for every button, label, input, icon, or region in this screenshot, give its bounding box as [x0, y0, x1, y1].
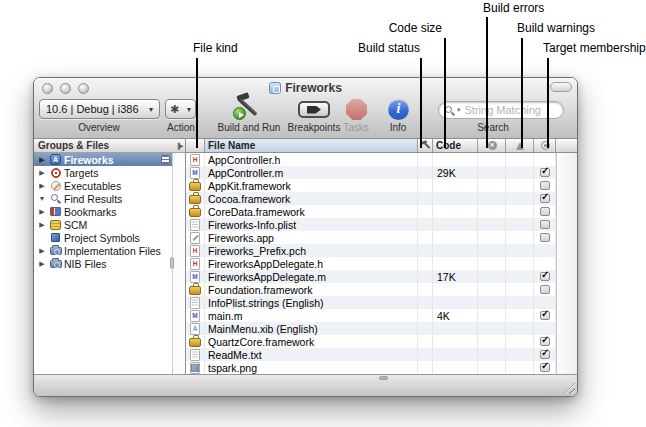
scroll-corner	[556, 139, 577, 152]
build-errors-cell	[478, 348, 506, 361]
exec-icon	[49, 180, 62, 192]
table-row[interactable]: AppKit.framework	[186, 179, 556, 192]
column-header-build-status[interactable]	[418, 139, 433, 152]
target-membership-checkbox[interactable]	[540, 181, 550, 190]
target-membership-checkbox[interactable]	[540, 233, 550, 242]
sidebar-item-label: Targets	[64, 167, 98, 179]
build-errors-cell	[478, 218, 506, 231]
overview-popup[interactable]: 10.6 | Debug | i386 ▾	[39, 99, 160, 119]
info-button[interactable]: i	[388, 99, 409, 120]
column-header-code-size[interactable]: Code	[433, 139, 478, 152]
disclosure-triangle-icon[interactable]: ▶	[37, 169, 47, 177]
build-warnings-cell	[506, 218, 534, 231]
sidebar-item-bookmarks[interactable]: ▶ Bookmarks	[34, 205, 172, 218]
code-size-cell: 17K	[433, 270, 478, 283]
file-kind-cell	[186, 218, 205, 231]
target-membership-checkbox[interactable]	[540, 207, 550, 216]
file-kind-cell	[186, 335, 205, 348]
build-and-run-button[interactable]	[233, 94, 265, 121]
callout-label: File kind	[193, 42, 238, 55]
table-scrollbar[interactable]	[556, 153, 577, 374]
build-status-cell	[418, 348, 433, 361]
target-membership-cell	[534, 244, 556, 257]
table-row[interactable]: Cocoa.framework	[186, 192, 556, 205]
table-row[interactable]: Fireworks.app	[186, 231, 556, 244]
drawer-knob[interactable]	[379, 376, 388, 380]
table-row[interactable]: M FireworksAppDelegate.m 17K	[186, 270, 556, 283]
target-membership-checkbox[interactable]	[540, 272, 550, 281]
sidebar-item-nib-files[interactable]: ▶ NIB Files	[34, 257, 172, 270]
table-row[interactable]: InfoPlist.strings (English)	[186, 296, 556, 309]
build-warnings-cell	[506, 205, 534, 218]
disclosure-triangle-icon[interactable]: ▶	[37, 182, 47, 190]
column-header-build-warnings[interactable]	[506, 139, 534, 152]
table-row[interactable]: M main.m 4K	[186, 309, 556, 322]
file-kind-cell	[186, 296, 205, 309]
table-row[interactable]: A MainMenu.xib (English)	[186, 322, 556, 335]
sidebar-item-fireworks[interactable]: ▶ Fireworks	[34, 153, 172, 166]
disclosure-triangle-icon[interactable]: ▶	[37, 247, 47, 255]
table-row[interactable]: Foundation.framework	[186, 283, 556, 296]
table-row[interactable]: H Fireworks_Prefix.pch	[186, 244, 556, 257]
file-name-cell: main.m	[205, 309, 418, 322]
table-row[interactable]: H AppController.h	[186, 153, 556, 166]
target-membership-cell	[534, 270, 556, 283]
code-size-cell	[433, 257, 478, 270]
disclosure-triangle-icon[interactable]: ▼	[37, 195, 47, 202]
search-field[interactable]: ▾	[438, 101, 564, 119]
sidebar-columns-toggle-icon[interactable]: ∥▸	[177, 142, 182, 150]
build-warnings-cell	[506, 244, 534, 257]
column-header-file-kind[interactable]	[186, 139, 205, 152]
target-membership-cell	[534, 309, 556, 322]
book-icon	[49, 206, 62, 218]
table-row[interactable]: QuartzCore.framework	[186, 335, 556, 348]
splitter-dimple[interactable]	[170, 257, 174, 269]
column-header-file-name[interactable]: File Name	[205, 139, 418, 152]
disclosure-triangle-icon[interactable]: ▶	[37, 208, 47, 216]
search-input[interactable]	[462, 104, 557, 116]
sidebar-item-project-symbols[interactable]: Project Symbols	[34, 231, 172, 244]
file-kind-cell	[186, 283, 205, 296]
target-membership-checkbox[interactable]	[540, 220, 550, 229]
sidebar-item-executables[interactable]: ▶ Executables	[34, 179, 172, 192]
table-row[interactable]: H FireworksAppDelegate.h	[186, 257, 556, 270]
table-row[interactable]: tspark.png	[186, 361, 556, 374]
sidebar-item-targets[interactable]: ▶ Targets	[34, 166, 172, 179]
toolbar-toggle-button[interactable]	[550, 82, 572, 92]
titlebar[interactable]: Fireworks	[34, 78, 577, 98]
disclosure-triangle-icon[interactable]: ▶	[37, 156, 47, 164]
detail-list-icon[interactable]	[161, 155, 170, 164]
tasks-button[interactable]	[346, 99, 367, 120]
build-errors-cell	[478, 257, 506, 270]
disclosure-triangle-icon[interactable]: ▶	[37, 260, 47, 268]
target-membership-checkbox[interactable]	[540, 194, 550, 203]
target-membership-checkbox[interactable]	[540, 168, 550, 177]
action-popup[interactable]: ✱ ▾	[165, 99, 196, 119]
resize-grip[interactable]	[562, 381, 575, 394]
target-membership-checkbox[interactable]	[540, 350, 550, 359]
table-row[interactable]: M AppController.m 29K	[186, 166, 556, 179]
sidebar-scrollbar[interactable]	[172, 153, 185, 374]
app-file-icon	[190, 232, 200, 244]
groups-and-files-header[interactable]: Groups & Files ∥▸	[34, 139, 185, 153]
sidebar-item-scm[interactable]: ▶ SCM	[34, 218, 172, 231]
target-membership-checkbox[interactable]	[540, 285, 550, 294]
build-status-cell	[418, 205, 433, 218]
cube-icon	[49, 232, 62, 244]
build-status-cell	[418, 231, 433, 244]
column-header-build-errors[interactable]: ✕	[478, 139, 506, 152]
table-row[interactable]: Fireworks-Info.plist	[186, 218, 556, 231]
target-membership-checkbox[interactable]	[540, 311, 550, 320]
target-membership-checkbox[interactable]	[540, 337, 550, 346]
code-size-cell	[433, 205, 478, 218]
build-status-cell	[418, 179, 433, 192]
table-row[interactable]: ReadMe.txt	[186, 348, 556, 361]
sidebar-item-implementation-files[interactable]: ▶ Implementation Files	[34, 244, 172, 257]
table-row[interactable]: CoreData.framework	[186, 205, 556, 218]
breakpoints-button[interactable]	[298, 101, 330, 118]
disclosure-triangle-icon[interactable]: ▶	[37, 221, 47, 229]
target-membership-checkbox[interactable]	[540, 363, 550, 372]
column-header-target-membership[interactable]	[534, 139, 556, 152]
sidebar-item-find-results[interactable]: ▼ Find Results	[34, 192, 172, 205]
code-size-cell	[433, 231, 478, 244]
